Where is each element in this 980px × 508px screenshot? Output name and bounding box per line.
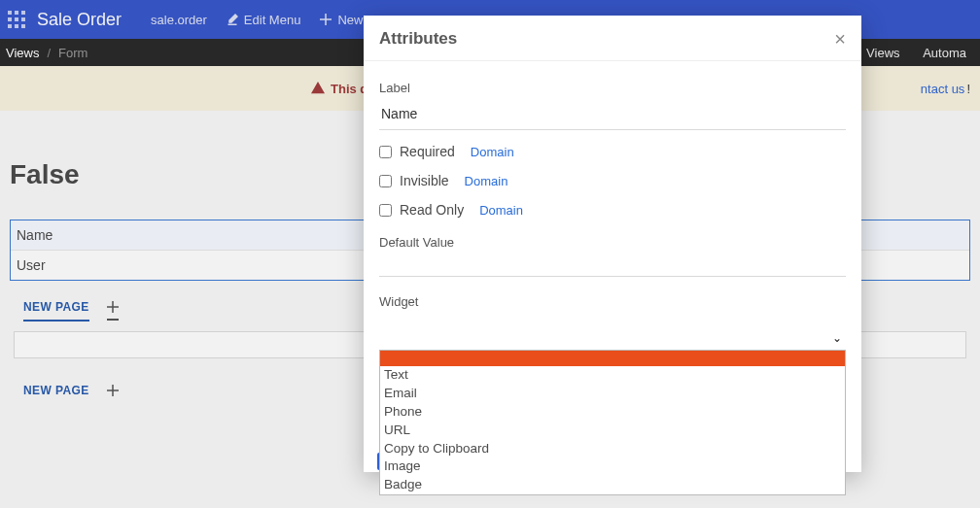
widget-dropdown: Text Email Phone URL Copy to Clipboard I… xyxy=(379,350,846,495)
widget-option-email[interactable]: Email xyxy=(380,385,845,403)
chevron-down-icon: ⌄ xyxy=(832,331,842,345)
required-checkbox[interactable] xyxy=(379,146,392,158)
widget-select[interactable]: ⌄ Text Email Phone URL Copy to Clipboard… xyxy=(379,326,846,350)
required-domain-link[interactable]: Domain xyxy=(471,145,514,159)
label-input[interactable] xyxy=(379,101,846,130)
required-label: Required xyxy=(400,144,455,159)
readonly-row: Read Only Domain xyxy=(379,202,846,218)
widget-option-phone[interactable]: Phone xyxy=(380,403,845,422)
modal-close-button[interactable]: × xyxy=(834,29,846,49)
readonly-domain-link[interactable]: Domain xyxy=(479,203,523,218)
default-value-label: Default Value xyxy=(379,235,846,250)
default-value-input[interactable] xyxy=(379,255,846,277)
invisible-label: Invisible xyxy=(400,173,449,188)
invisible-row: Invisible Domain xyxy=(379,173,846,188)
widget-option-badge[interactable]: Badge xyxy=(380,476,845,494)
widget-option-blank[interactable] xyxy=(380,351,845,366)
readonly-label: Read Only xyxy=(400,202,464,218)
label-label: Label xyxy=(379,81,846,95)
invisible-domain-link[interactable]: Domain xyxy=(465,174,508,188)
widget-select-display[interactable]: ⌄ xyxy=(379,326,846,350)
attributes-modal: Attributes × Label Required Domain Invis… xyxy=(364,16,861,472)
readonly-checkbox[interactable] xyxy=(379,204,392,217)
widget-option-image[interactable]: Image xyxy=(380,457,845,476)
widget-option-url[interactable]: URL xyxy=(380,422,845,440)
modal-body: Label Required Domain Invisible Domain R… xyxy=(364,61,861,472)
required-row: Required Domain xyxy=(379,144,846,159)
modal-title: Attributes xyxy=(379,29,457,49)
widget-label: Widget xyxy=(379,294,846,309)
invisible-checkbox[interactable] xyxy=(379,175,392,187)
modal-header: Attributes × xyxy=(364,16,861,61)
widget-option-copy[interactable]: Copy to Clipboard xyxy=(380,440,845,458)
widget-option-text[interactable]: Text xyxy=(380,366,845,385)
